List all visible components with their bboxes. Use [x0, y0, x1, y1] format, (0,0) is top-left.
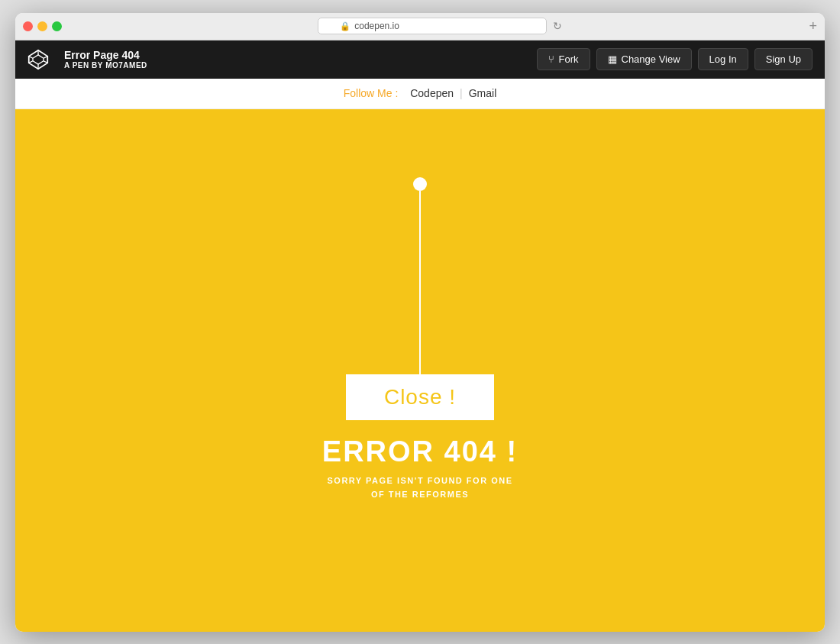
codepen-logo	[27, 49, 49, 70]
signup-button[interactable]: Sign Up	[754, 48, 813, 70]
change-view-icon: ▦	[608, 53, 617, 65]
title-bar: 🔒 codepen.io ↻ +	[15, 13, 825, 40]
url-text: codepen.io	[354, 21, 399, 31]
error-subtitle: SORRY PAGE ISN'T FOUND FOR ONE OF THE RE…	[322, 474, 518, 501]
pen-info: Error Page 404 A PEN BY MO7AMED	[64, 49, 147, 70]
follow-divider: |	[460, 87, 463, 99]
refresh-button[interactable]: ↻	[553, 20, 562, 32]
nav-actions: ⑂ Fork ▦ Change View Log In Sign Up	[537, 48, 813, 70]
codepen-navbar: Error Page 404 A PEN BY MO7AMED ⑂ Fork ▦…	[15, 40, 825, 79]
fork-icon: ⑂	[548, 53, 554, 65]
close-window-button[interactable]	[23, 21, 33, 31]
error-title: ERROR 404 !	[322, 435, 518, 468]
pen-author: A PEN BY MO7AMED	[64, 61, 147, 70]
follow-label: Follow Me :	[344, 87, 399, 99]
browser-window: 🔒 codepen.io ↻ + Error Page 404 A PEN	[15, 13, 825, 632]
change-view-button[interactable]: ▦ Change View	[596, 48, 692, 70]
codepen-icon	[27, 49, 49, 70]
follow-bar: Follow Me : Codepen | Gmail	[15, 79, 825, 109]
address-bar: 🔒 codepen.io ↻	[71, 18, 809, 34]
url-field[interactable]: 🔒 codepen.io	[318, 18, 547, 34]
lock-icon: 🔒	[340, 21, 351, 31]
svg-marker-1	[33, 54, 44, 63]
fork-button[interactable]: ⑂ Fork	[537, 48, 590, 70]
close-button-text: Close !	[384, 385, 456, 409]
maximize-window-button[interactable]	[52, 21, 62, 31]
pendulum-container: Close !	[346, 177, 494, 420]
error-section: ERROR 404 ! SORRY PAGE ISN'T FOUND FOR O…	[322, 435, 518, 501]
window-controls	[23, 21, 62, 31]
gmail-follow-link[interactable]: Gmail	[469, 87, 497, 99]
login-button[interactable]: Log In	[698, 48, 748, 70]
main-content: Close ! ERROR 404 ! SORRY PAGE ISN'T FOU…	[15, 109, 825, 632]
balloon-dot	[413, 177, 427, 191]
pen-title: Error Page 404	[64, 49, 147, 61]
close-box[interactable]: Close !	[346, 374, 494, 420]
codepen-follow-link[interactable]: Codepen	[410, 87, 454, 99]
string-line	[419, 191, 421, 374]
minimize-window-button[interactable]	[37, 21, 47, 31]
new-tab-button[interactable]: +	[809, 19, 817, 33]
